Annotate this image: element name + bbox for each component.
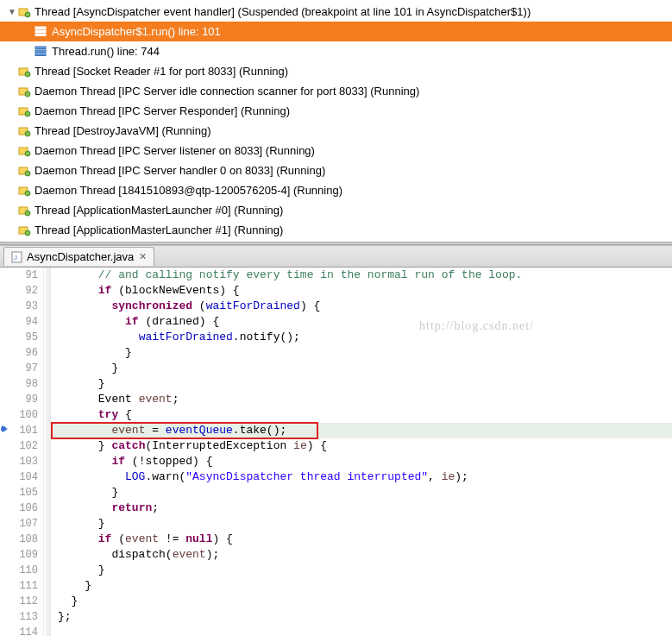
code-line[interactable]: dispatch(event); [51,547,672,563]
code-line[interactable]: // and calling notify every time in the … [51,268,672,283]
fold-marker[interactable] [46,361,49,376]
code-line[interactable]: } [51,345,672,361]
gutter-marker[interactable] [0,299,14,314]
line-number[interactable]: 92 [14,283,38,299]
line-number[interactable]: 96 [14,345,38,361]
gutter-marker[interactable] [0,314,14,330]
thread-running[interactable]: Thread [DestroyJavaVM] (Running) [0,121,672,141]
line-number[interactable]: 102 [14,438,38,454]
line-number[interactable]: 109 [14,547,38,563]
fold-marker[interactable] [46,330,49,345]
thread-running[interactable]: Thread [Socket Reader #1 for port 8033] … [0,61,672,81]
line-number[interactable]: 113 [14,609,38,625]
gutter-marker[interactable] [0,392,14,407]
fold-marker[interactable] [46,469,49,485]
fold-marker[interactable] [46,625,49,636]
code-line[interactable]: synchronized (waitForDrained) { [51,299,672,314]
fold-marker[interactable] [46,407,49,423]
gutter-marker[interactable] [0,609,14,625]
fold-marker[interactable] [46,438,49,454]
thread-running[interactable]: Daemon Thread [IPC Server Responder] (Ru… [0,101,672,121]
gutter-marker[interactable] [0,516,14,532]
fold-marker[interactable] [46,516,49,532]
gutter-marker[interactable] [0,376,14,392]
line-number[interactable]: 94 [14,314,38,330]
line-number[interactable]: 95 [14,330,38,345]
code-line[interactable]: } [51,376,672,392]
breakpoint-current-icon[interactable] [0,423,14,438]
gutter-marker[interactable] [0,563,14,578]
code-line[interactable]: waitForDrained.notify(); [51,330,672,345]
fold-marker[interactable] [46,485,49,501]
thread-running[interactable]: Daemon Thread [IPC Server idle connectio… [0,81,672,101]
thread-running[interactable]: Thread [ApplicationMasterLauncher #0] (R… [0,200,672,220]
code-line[interactable]: if (event != null) { [51,532,672,547]
gutter-marker[interactable] [0,594,14,609]
line-number[interactable]: 97 [14,361,38,376]
line-number[interactable]: 112 [14,594,38,609]
line-number[interactable]: 106 [14,501,38,516]
fold-marker[interactable] [46,547,49,563]
debug-thread-tree[interactable]: Thread [AsyncDispatcher event handler] (… [0,0,672,242]
line-number[interactable]: 110 [14,563,38,578]
line-number[interactable]: 93 [14,299,38,314]
stack-frame[interactable]: Thread.run() line: 744 [0,41,672,61]
code-line[interactable] [51,625,672,636]
gutter-marker[interactable] [0,485,14,501]
code-line[interactable]: return; [51,501,672,516]
code-line[interactable]: Event event; [51,392,672,407]
fold-marker[interactable] [46,299,49,314]
close-icon[interactable]: ✕ [139,251,147,262]
line-number[interactable]: 104 [14,469,38,485]
expand-arrow-icon[interactable] [7,7,17,16]
fold-marker[interactable] [46,501,49,516]
fold-marker[interactable] [46,454,49,469]
code-line[interactable]: } [51,563,672,578]
gutter-marker[interactable] [0,438,14,454]
gutter-marker[interactable] [0,345,14,361]
gutter-marker[interactable] [0,469,14,485]
thread-running[interactable]: Daemon Thread [IPC Server handler 0 on 8… [0,161,672,180]
fold-marker[interactable] [46,268,49,283]
code-line[interactable]: } [51,578,672,594]
fold-marker[interactable] [46,423,49,438]
gutter-marker[interactable] [0,268,14,283]
line-number[interactable]: 100 [14,407,38,423]
fold-marker[interactable] [46,578,49,594]
stack-frame-current[interactable]: AsyncDispatcher$1.run() line: 101 [0,22,672,41]
code-line[interactable]: } [51,361,672,376]
thread-running[interactable]: Thread [ApplicationMasterLauncher #1] (R… [0,220,672,240]
line-number[interactable]: 98 [14,376,38,392]
code-line[interactable]: } [51,594,672,609]
thread-running[interactable]: Daemon Thread [1841510893@qtp-1200576205… [0,180,672,200]
fold-marker[interactable] [46,314,49,330]
line-number[interactable]: 114 [14,625,38,636]
code-line[interactable]: if (blockNewEvents) { [51,283,672,299]
gutter-marker[interactable] [0,532,14,547]
fold-marker[interactable] [46,392,49,407]
code-line[interactable]: if (drained) { [51,314,672,330]
thread-suspended[interactable]: Thread [AsyncDispatcher event handler] (… [0,2,672,22]
fold-marker[interactable] [46,345,49,361]
fold-marker[interactable] [46,563,49,578]
fold-marker[interactable] [46,376,49,392]
gutter-marker[interactable] [0,283,14,299]
line-number[interactable]: 111 [14,578,38,594]
line-number[interactable]: 99 [14,392,38,407]
fold-marker[interactable] [46,532,49,547]
gutter-marker[interactable] [0,407,14,423]
code-line[interactable]: } [51,485,672,501]
line-number[interactable]: 107 [14,516,38,532]
line-number[interactable]: 105 [14,485,38,501]
code-editor[interactable]: 9192939495969798991001011021031041051061… [0,268,672,636]
code-line[interactable]: } [51,516,672,532]
code-line[interactable]: } catch(InterruptedException ie) { [51,438,672,454]
line-number[interactable]: 101 [14,423,38,438]
gutter-marker[interactable] [0,330,14,345]
line-number[interactable]: 91 [14,268,38,283]
line-number[interactable]: 103 [14,454,38,469]
gutter-marker[interactable] [0,501,14,516]
gutter-marker[interactable] [0,578,14,594]
fold-marker[interactable] [46,609,49,625]
line-number[interactable]: 108 [14,532,38,547]
